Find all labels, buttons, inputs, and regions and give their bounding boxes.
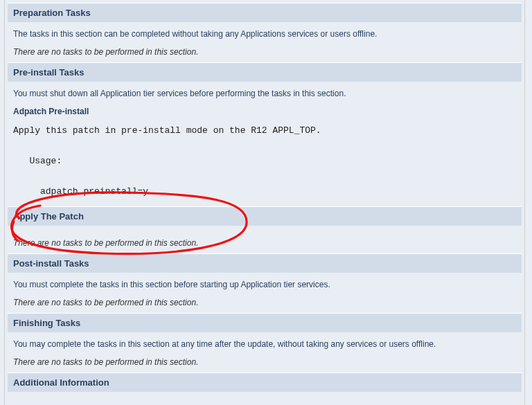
no-tasks-finishing: There are no tasks to be performed in th… [8,354,522,372]
sub-header-adpatch: Adpatch Pre-install [8,104,522,120]
no-tasks-additional: There are no tasks to be performed in th… [8,402,522,405]
no-tasks-postinstall: There are no tasks to be performed in th… [8,295,522,313]
spacer [8,392,522,402]
no-tasks-apply: There are no tasks to be performed in th… [8,235,522,253]
section-desc-preparation: The tasks in this section can be complet… [8,22,522,44]
spacer [8,226,522,235]
section-desc-postinstall: You must complete the tasks in this sect… [8,273,522,295]
section-header-additional: Additional Information [8,372,522,392]
section-header-apply: Apply The Patch [8,206,522,226]
section-header-finishing: Finishing Tasks [8,313,522,332]
section-desc-finishing: You may complete the tasks in this secti… [8,332,522,354]
code-block-adpatch: Apply this patch in pre-install mode on … [8,120,522,206]
section-header-preparation: Preparation Tasks [8,3,522,22]
section-header-postinstall: Post-install Tasks [8,253,522,273]
section-header-preinstall: Pre-install Tasks [8,62,522,82]
document-container: Preparation Tasks The tasks in this sect… [4,0,525,405]
no-tasks-preparation: There are no tasks to be performed in th… [8,44,522,62]
section-desc-preinstall: You must shut down all Application tier … [8,82,522,104]
